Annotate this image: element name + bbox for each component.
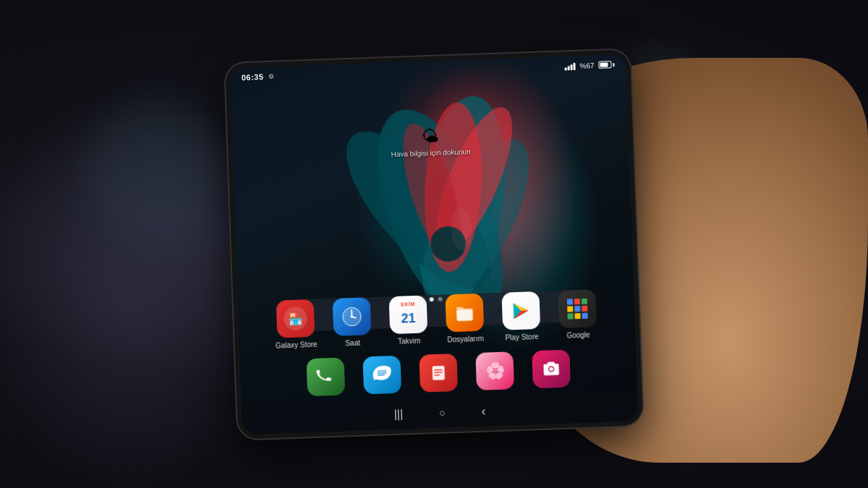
notes-icon xyxy=(419,354,458,393)
settings-icon: ⚙ xyxy=(268,72,273,80)
app-messages[interactable] xyxy=(359,355,404,394)
app-notes[interactable] xyxy=(416,353,461,392)
battery-percent: %67 xyxy=(579,61,594,69)
app-saat[interactable]: Saat xyxy=(330,296,375,347)
play-store-icon xyxy=(501,291,540,330)
nav-back[interactable]: ‹ xyxy=(481,403,486,419)
cal-month: EKİM xyxy=(401,301,415,307)
app-camera[interactable] xyxy=(529,349,574,388)
phone-screen: 06:35 ⚙ %67 xyxy=(229,53,638,435)
app-dosyalarim[interactable]: Dosyalarım xyxy=(442,293,487,343)
app-google[interactable]: Google xyxy=(555,289,600,340)
messages-icon xyxy=(362,355,401,394)
play-store-label: Play Store xyxy=(505,333,538,342)
app-grid: 🏪 Galaxy Store xyxy=(270,288,605,397)
saat-icon xyxy=(333,297,372,336)
takvim-icon: EKİM 21 xyxy=(388,295,427,334)
scene: 06:35 ⚙ %67 xyxy=(0,0,868,488)
google-icon xyxy=(558,289,597,328)
dosyalarim-label: Dosyalarım xyxy=(447,334,484,343)
app-play-store[interactable]: Play Store xyxy=(498,291,543,341)
yoto-icon: 🌸 xyxy=(475,351,514,390)
nav-home[interactable]: ○ xyxy=(439,406,446,418)
svg-rect-15 xyxy=(456,309,473,321)
camera-icon xyxy=(532,349,571,388)
battery-icon xyxy=(598,61,614,69)
phone-icon xyxy=(306,357,345,396)
app-takvim[interactable]: EKİM 21 Takvim xyxy=(386,295,430,346)
phone-inner: 06:35 ⚙ %67 xyxy=(229,53,638,435)
status-time: 06:35 xyxy=(242,72,264,82)
nav-recents[interactable]: ||| xyxy=(393,407,403,420)
takvim-label: Takvim xyxy=(398,336,420,345)
cal-date: 21 xyxy=(401,312,416,325)
app-yoto[interactable]: 🌸 xyxy=(472,351,517,390)
weather-widget[interactable]: 🌤 Hava bilgisi için dokunun xyxy=(390,124,471,158)
saat-label: Saat xyxy=(345,338,360,347)
phone-device: 06:35 ⚙ %67 xyxy=(225,49,643,439)
svg-text:🏪: 🏪 xyxy=(288,311,304,327)
galaxy-store-label: Galaxy Store xyxy=(276,340,318,349)
galaxy-store-icon: 🏪 xyxy=(276,299,315,338)
status-icons: %67 xyxy=(565,60,615,70)
google-label: Google xyxy=(566,330,590,339)
signal-bars xyxy=(565,61,576,70)
app-galaxy-store[interactable]: 🏪 Galaxy Store xyxy=(273,299,318,349)
weather-icon: 🌤 xyxy=(390,124,470,147)
dosyalarim-icon xyxy=(445,293,484,332)
app-phone[interactable] xyxy=(303,357,348,396)
